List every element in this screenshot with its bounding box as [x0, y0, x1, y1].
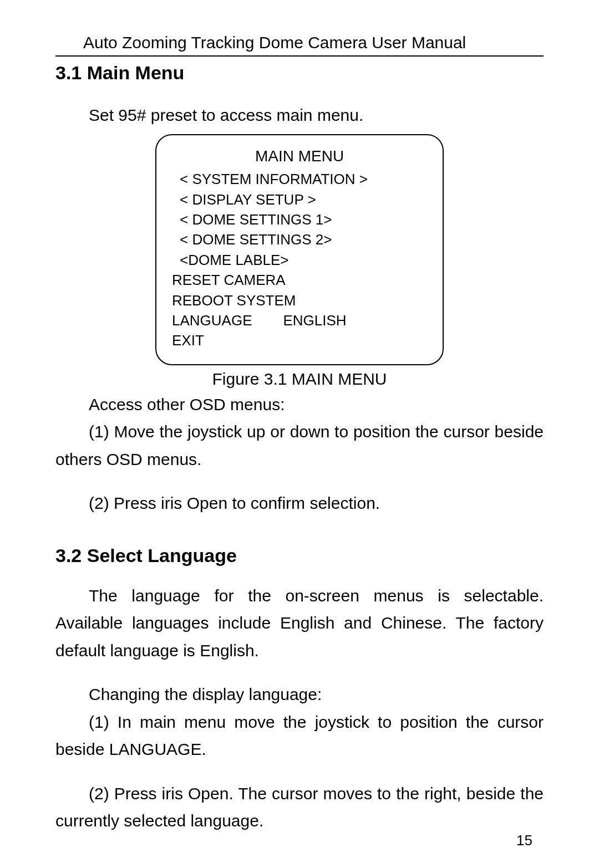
- section-3-1-title: 3.1 Main Menu: [55, 62, 544, 84]
- section-3-1-step-1: (1) Move the joystick up or down to posi…: [55, 418, 544, 473]
- section-3-1-intro: Set 95# preset to access main menu.: [55, 103, 544, 127]
- page-header: Auto Zooming Tracking Dome Camera User M…: [55, 33, 544, 57]
- main-menu-box: MAIN MENU < SYSTEM INFORMATION > < DISPL…: [155, 134, 444, 365]
- page-number: 15: [516, 832, 532, 849]
- figure-caption: Figure 3.1 MAIN MENU: [55, 370, 544, 389]
- section-3-1-step-2: (2) Press iris Open to confirm selection…: [55, 489, 544, 517]
- menu-language-key: LANGUAGE: [172, 310, 252, 330]
- menu-item-dome-settings-2: < DOME SETTINGS 2>: [172, 229, 427, 249]
- change-language-label: Changing the display language:: [55, 681, 544, 708]
- menu-item-display-setup: < DISPLAY SETUP >: [172, 190, 427, 210]
- menu-item-reset-camera: RESET CAMERA: [172, 270, 427, 290]
- menu-item-exit: EXIT: [172, 330, 427, 350]
- menu-item-dome-settings-1: < DOME SETTINGS 1>: [172, 210, 427, 229]
- menu-item-dome-lable: <DOME LABLE>: [172, 250, 427, 270]
- menu-title: MAIN MENU: [172, 145, 427, 167]
- menu-language-value: ENGLISH: [283, 310, 347, 330]
- access-osd-label: Access other OSD menus:: [55, 391, 544, 418]
- section-3-2-intro: The language for the on-screen menus is …: [55, 582, 544, 665]
- section-3-2-step-2: (2) Press iris Open. The cursor moves to…: [55, 780, 544, 835]
- menu-item-system-information: < SYSTEM INFORMATION >: [172, 169, 427, 189]
- menu-item-language: LANGUAGE ENGLISH: [172, 310, 427, 330]
- menu-item-reboot-system: REBOOT SYSTEM: [172, 290, 427, 310]
- section-3-2-title: 3.2 Select Language: [55, 545, 544, 566]
- section-3-2-step-1: (1) In main menu move the joystick to po…: [55, 708, 544, 763]
